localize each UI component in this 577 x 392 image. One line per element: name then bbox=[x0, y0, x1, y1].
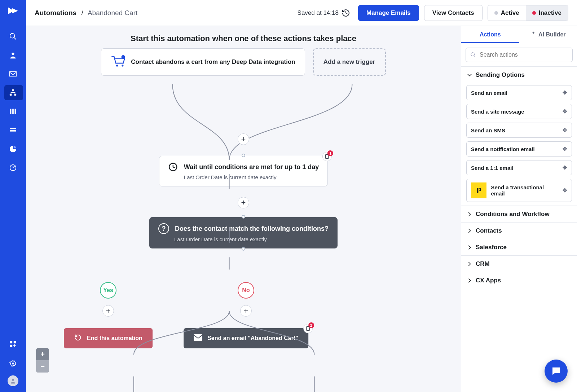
svg-rect-3 bbox=[12, 89, 14, 91]
nav-deals-icon[interactable] bbox=[4, 104, 22, 119]
search-actions-input-wrapper[interactable] bbox=[466, 48, 573, 62]
connector-dot bbox=[242, 215, 245, 219]
svg-point-16 bbox=[12, 379, 14, 381]
chevron-right-icon bbox=[467, 212, 472, 217]
add-step-button[interactable]: + bbox=[102, 305, 114, 317]
nav-contacts-icon[interactable] bbox=[4, 48, 22, 63]
drag-handle-icon[interactable]: ✥ bbox=[563, 146, 567, 152]
actions-panel: Actions AI Builder Sending Options Send … bbox=[461, 26, 577, 392]
drag-handle-icon[interactable]: ✥ bbox=[563, 108, 567, 115]
send-email-card[interactable]: Send an email "Abandoned Cart" 2 bbox=[184, 328, 308, 348]
saved-timestamp: Saved at 14:18 bbox=[298, 9, 339, 17]
tab-ai-builder[interactable]: AI Builder bbox=[519, 26, 577, 43]
svg-point-22 bbox=[116, 65, 118, 66]
drag-handle-icon[interactable]: ✥ bbox=[563, 164, 567, 171]
add-step-button[interactable]: + bbox=[240, 305, 252, 317]
search-actions-input[interactable] bbox=[480, 52, 568, 58]
view-contacts-button[interactable]: View Contacts bbox=[424, 5, 483, 21]
add-step-button[interactable]: + bbox=[238, 133, 249, 145]
clipboard-badge[interactable]: 2 bbox=[303, 324, 313, 333]
connector-dot bbox=[242, 247, 245, 251]
chevron-down-icon bbox=[467, 72, 472, 78]
chevron-right-icon bbox=[467, 261, 472, 267]
breadcrumb-root[interactable]: Automations bbox=[35, 9, 76, 17]
section-conditions-workflow[interactable]: Conditions and Workflow bbox=[461, 206, 577, 222]
svg-point-32 bbox=[471, 53, 474, 56]
section-salesforce[interactable]: Salesforce bbox=[461, 239, 577, 255]
svg-point-23 bbox=[122, 65, 124, 66]
drag-handle-icon[interactable]: ✥ bbox=[563, 127, 567, 133]
zoom-in-button[interactable]: + bbox=[36, 348, 49, 360]
manage-emails-button[interactable]: Manage Emails bbox=[358, 5, 419, 21]
clock-icon bbox=[168, 162, 178, 172]
mail-icon bbox=[194, 334, 202, 342]
action-send-transactional-email[interactable]: P Send a transactional email ✥ bbox=[466, 179, 572, 202]
svg-rect-12 bbox=[10, 341, 12, 343]
add-step-button[interactable]: + bbox=[238, 197, 249, 208]
wait-card[interactable]: Wait until conditions are met for up to … bbox=[159, 156, 328, 186]
nav-settings-icon[interactable] bbox=[4, 356, 22, 371]
breadcrumb: Automations / Abandoned Cart bbox=[35, 9, 137, 17]
section-cx-apps[interactable]: CX Apps bbox=[461, 272, 577, 289]
app-logo[interactable] bbox=[6, 4, 20, 19]
chat-fab-button[interactable] bbox=[545, 360, 568, 383]
zoom-out-button[interactable]: − bbox=[36, 360, 49, 373]
tab-actions[interactable]: Actions bbox=[461, 26, 519, 43]
svg-point-15 bbox=[12, 362, 14, 365]
status-inactive-option[interactable]: Inactive bbox=[526, 5, 568, 21]
ifelse-card[interactable]: ? Does the contact match the following c… bbox=[149, 217, 338, 248]
svg-rect-7 bbox=[12, 109, 14, 114]
section-crm[interactable]: CRM bbox=[461, 255, 577, 272]
svg-point-0 bbox=[10, 34, 15, 38]
svg-rect-5 bbox=[14, 94, 16, 96]
cart-abandon-icon: ! bbox=[111, 55, 126, 69]
nav-apps-icon[interactable] bbox=[4, 336, 22, 352]
action-send-notification-email[interactable]: Send a notification email ✥ bbox=[466, 141, 572, 157]
svg-line-1 bbox=[14, 38, 16, 40]
nav-campaigns-icon[interactable] bbox=[4, 66, 22, 82]
action-send-email[interactable]: Send an email ✥ bbox=[466, 85, 572, 100]
trigger-card[interactable]: ! Contact abandons a cart from any Deep … bbox=[101, 48, 305, 76]
svg-point-2 bbox=[12, 53, 14, 55]
end-automation-card[interactable]: End this automation bbox=[64, 328, 153, 348]
section-sending-options[interactable]: Sending Options bbox=[461, 66, 577, 83]
drag-handle-icon[interactable]: ✥ bbox=[563, 187, 567, 194]
search-icon bbox=[470, 52, 476, 58]
svg-rect-8 bbox=[15, 109, 16, 114]
svg-rect-14 bbox=[10, 345, 12, 347]
svg-rect-6 bbox=[10, 109, 12, 114]
status-active-option[interactable]: Active bbox=[488, 5, 526, 21]
history-icon[interactable] bbox=[342, 9, 350, 17]
action-send-sms[interactable]: Send an SMS ✥ bbox=[466, 123, 572, 138]
nav-site-icon[interactable] bbox=[4, 160, 22, 175]
nav-search-icon[interactable] bbox=[4, 29, 22, 44]
page-header: Automations / Abandoned Cart Saved at 14… bbox=[26, 0, 577, 26]
svg-line-33 bbox=[474, 56, 475, 57]
automation-canvas[interactable]: ! Contact abandons a cart from any Deep … bbox=[26, 48, 461, 392]
sparkle-icon bbox=[530, 31, 536, 38]
clipboard-badge[interactable]: 1 bbox=[322, 152, 332, 161]
drag-handle-icon[interactable]: ✥ bbox=[563, 89, 567, 96]
status-toggle: Active Inactive bbox=[488, 5, 568, 21]
user-avatar[interactable] bbox=[8, 375, 18, 386]
svg-rect-13 bbox=[14, 341, 16, 343]
branch-no: No bbox=[238, 282, 254, 299]
nav-reports-icon[interactable] bbox=[4, 141, 22, 157]
nav-automations-icon[interactable] bbox=[4, 85, 22, 100]
branch-yes: Yes bbox=[100, 282, 116, 299]
action-send-site-message[interactable]: Send a site message ✥ bbox=[466, 104, 572, 119]
chevron-right-icon bbox=[467, 278, 472, 283]
action-send-1-1-email[interactable]: Send a 1:1 email ✥ bbox=[466, 160, 572, 175]
chevron-right-icon bbox=[467, 228, 472, 233]
app-sidebar bbox=[0, 0, 26, 392]
add-trigger-button[interactable]: Add a new trigger bbox=[313, 48, 386, 76]
svg-rect-10 bbox=[10, 130, 16, 132]
nav-lists-icon[interactable] bbox=[4, 123, 22, 138]
canvas-title: Start this automation when one of these … bbox=[26, 26, 461, 48]
svg-rect-9 bbox=[10, 128, 16, 129]
svg-text:!: ! bbox=[123, 56, 124, 59]
svg-rect-4 bbox=[10, 94, 12, 96]
question-icon: ? bbox=[158, 223, 169, 234]
automation-canvas-wrapper: Start this automation when one of these … bbox=[26, 26, 461, 392]
section-contacts[interactable]: Contacts bbox=[461, 222, 577, 239]
